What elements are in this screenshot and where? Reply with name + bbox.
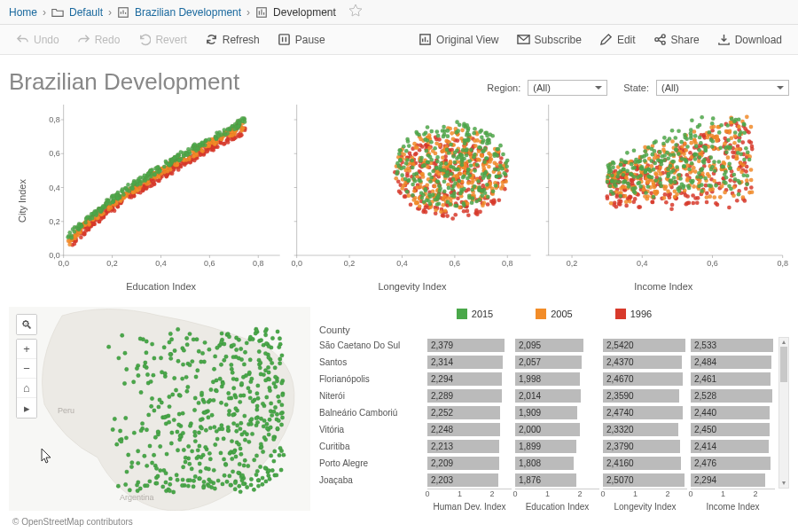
table-bar-cell[interactable]: 2,3320: [603, 421, 687, 438]
legend-item-2015[interactable]: 2015: [457, 309, 493, 319]
table-bar-cell[interactable]: 2,5420: [603, 337, 687, 354]
svg-point-2364: [723, 172, 727, 176]
table-bar-cell[interactable]: 2,014: [515, 387, 599, 404]
download-button[interactable]: Download: [710, 30, 789, 49]
table-row-name[interactable]: Niterói: [319, 387, 424, 404]
map-home-button[interactable]: ⌂: [17, 379, 36, 398]
table-bar-cell[interactable]: 1,909: [515, 404, 599, 421]
table-bar-cell[interactable]: 2,314: [427, 354, 512, 371]
svg-point-500: [192, 154, 196, 159]
svg-point-1312: [401, 186, 405, 191]
svg-point-1514: [430, 158, 434, 162]
table-row-name[interactable]: Florianópolis: [319, 371, 424, 387]
table-bar-cell[interactable]: 2,414: [691, 438, 775, 455]
table-bar-cell[interactable]: 2,000: [515, 421, 599, 438]
table-bar-cell[interactable]: 2,209: [427, 455, 512, 472]
svg-point-1577: [420, 156, 425, 160]
breadcrumb-home[interactable]: Home: [9, 6, 37, 19]
edit-button[interactable]: Edit: [592, 30, 643, 49]
scatter-longevity[interactable]: 0,00,20,40,60,8 Longevity Index: [286, 99, 537, 303]
map-panel[interactable]: Peru Argentina 🔍︎ + − ⌂ ▸ © OpenStreetMa…: [9, 307, 310, 528]
map-zoom-in-button[interactable]: +: [17, 340, 36, 359]
undo-button[interactable]: Undo: [9, 30, 66, 49]
table-bar-cell[interactable]: 2,450: [691, 421, 775, 438]
region-select[interactable]: (All): [528, 80, 607, 96]
table-bar-cell[interactable]: 1,998: [515, 371, 599, 387]
table-bar-cell[interactable]: 1,876: [515, 472, 599, 489]
table-col-axis: 012: [603, 489, 687, 501]
scatter-education[interactable]: 0,00,20,40,60,80,00,20,40,60,8 Education…: [35, 99, 286, 303]
redo-button[interactable]: Redo: [70, 30, 128, 49]
state-select[interactable]: (All): [656, 80, 789, 96]
table-row-name[interactable]: Santos: [319, 354, 424, 371]
table-bar-cell[interactable]: 2,294: [427, 371, 512, 387]
legend-item-1996[interactable]: 1996: [615, 309, 652, 319]
svg-point-2336: [668, 164, 672, 168]
svg-point-1836: [688, 151, 692, 155]
table-bar-cell[interactable]: 2,203: [427, 472, 512, 489]
table-bar-cell[interactable]: 2,057: [515, 354, 599, 371]
favorite-star-icon[interactable]: [348, 4, 363, 20]
table-bar-cell[interactable]: 1,899: [515, 438, 599, 455]
revert-button[interactable]: Revert: [130, 30, 193, 49]
share-button[interactable]: Share: [646, 30, 707, 49]
table-bar-cell[interactable]: 1,808: [515, 455, 599, 472]
subscribe-button[interactable]: Subscribe: [510, 30, 589, 49]
table-bar-cell[interactable]: 2,5070: [603, 472, 687, 489]
table-bar-cell[interactable]: 2,484: [691, 354, 775, 371]
svg-point-2314: [694, 153, 699, 157]
map-search-button[interactable]: 🔍︎: [17, 315, 36, 334]
table-bar-cell[interactable]: 2,248: [427, 421, 512, 438]
svg-point-1391: [477, 179, 481, 184]
svg-point-1879: [749, 145, 754, 149]
refresh-button[interactable]: Refresh: [198, 30, 267, 49]
svg-point-1524: [444, 161, 449, 166]
svg-point-711: [69, 236, 74, 240]
legend-item-2005[interactable]: 2005: [536, 309, 572, 319]
table-row-name[interactable]: São Caetano Do Sul: [319, 337, 424, 354]
table-bar-cell[interactable]: 2,294: [691, 472, 775, 489]
svg-point-2814: [219, 363, 223, 366]
svg-point-2766: [211, 379, 215, 383]
svg-point-2074: [653, 171, 658, 176]
table-bar-cell[interactable]: 2,252: [427, 404, 512, 421]
table-scrollbar[interactable]: ▴▾: [778, 337, 789, 489]
map-play-button[interactable]: ▸: [17, 398, 36, 418]
svg-point-1482: [475, 200, 480, 204]
table-bar-cell[interactable]: 2,213: [427, 438, 512, 455]
table-bar-cell[interactable]: 2,289: [427, 387, 512, 404]
table-bar-cell[interactable]: 2,476: [691, 455, 775, 472]
table-bar-cell[interactable]: 2,3590: [603, 387, 687, 404]
svg-point-2712: [221, 482, 224, 486]
table-row-name[interactable]: Balneário Camboriú: [319, 404, 424, 421]
table-bar-cell[interactable]: 2,4740: [603, 404, 687, 421]
table-bar-cell[interactable]: 2,4670: [603, 371, 687, 387]
table-bar-cell[interactable]: 2,4370: [603, 354, 687, 371]
svg-point-7: [661, 41, 665, 44]
svg-point-2756: [249, 483, 253, 487]
table-row-name[interactable]: Joaçaba: [319, 472, 424, 489]
breadcrumb-workbook[interactable]: Brazilian Development: [135, 6, 241, 19]
table-bar-cell[interactable]: 2,533: [691, 337, 775, 354]
table-row-name[interactable]: Vitória: [319, 421, 424, 438]
scatter-income[interactable]: 0,20,40,60,8 Income Index: [538, 99, 789, 303]
table-row-name[interactable]: Porto Alegre: [319, 455, 424, 472]
svg-point-1551: [422, 200, 426, 204]
table-bar-cell[interactable]: 2,461: [691, 371, 775, 387]
table-bar-cell[interactable]: 2,3790: [603, 438, 687, 455]
svg-point-1050: [403, 194, 407, 199]
svg-point-2386: [618, 194, 622, 199]
map-zoom-out-button[interactable]: −: [17, 359, 36, 379]
breadcrumb-folder[interactable]: Default: [69, 6, 103, 19]
table-bar-cell[interactable]: 2,379: [427, 337, 512, 354]
table-bar-cell[interactable]: 2,095: [515, 337, 599, 354]
table-row-name[interactable]: Curitiba: [319, 438, 424, 455]
table-bar-cell[interactable]: 2,528: [691, 387, 775, 404]
table-bar-cell[interactable]: 2,4160: [603, 455, 687, 472]
svg-point-1544: [465, 138, 469, 143]
svg-point-805: [105, 202, 109, 207]
pause-button[interactable]: Pause: [270, 30, 332, 49]
svg-point-1266: [434, 208, 439, 213]
original-view-button[interactable]: Original View: [411, 30, 505, 49]
table-bar-cell[interactable]: 2,440: [691, 404, 775, 421]
